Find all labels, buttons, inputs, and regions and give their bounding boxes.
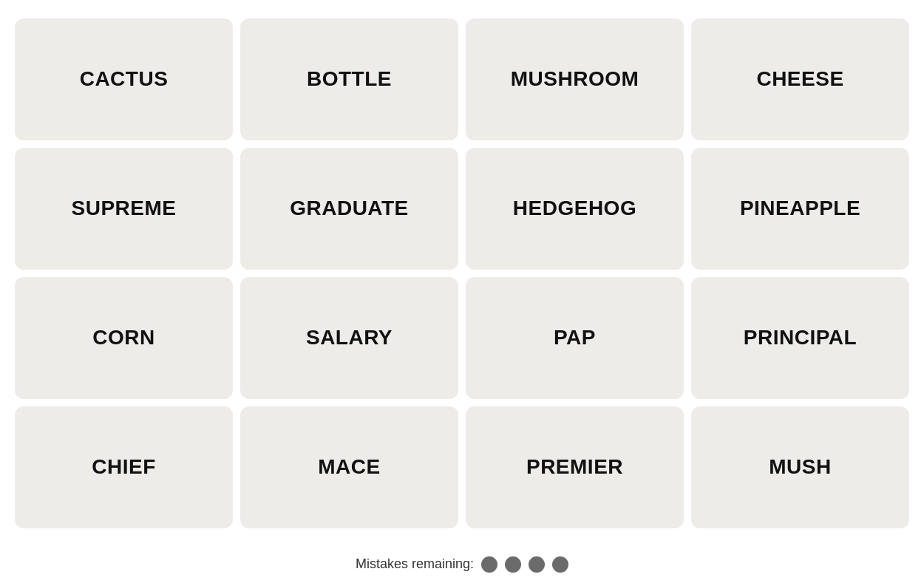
word-label-cactus: CACTUS <box>80 67 169 91</box>
word-label-pap: PAP <box>554 326 596 350</box>
word-label-supreme: SUPREME <box>72 197 177 220</box>
word-label-bottle: BOTTLE <box>307 67 392 91</box>
word-label-mushroom: MUSHROOM <box>511 67 639 91</box>
word-card-chief[interactable]: CHIEF <box>15 406 233 528</box>
word-card-premier[interactable]: PREMIER <box>466 406 684 528</box>
word-card-cactus[interactable]: CACTUS <box>15 18 233 140</box>
word-card-mush[interactable]: MUSH <box>691 406 909 528</box>
word-label-mace: MACE <box>318 455 380 479</box>
word-label-salary: SALARY <box>306 326 393 350</box>
word-label-principal: PRINCIPAL <box>744 326 857 350</box>
word-card-cheese[interactable]: CHEESE <box>691 18 909 140</box>
word-card-pap[interactable]: PAP <box>466 277 684 399</box>
word-label-pineapple: PINEAPPLE <box>740 197 860 220</box>
mistake-dot-1 <box>481 556 497 573</box>
mistakes-label: Mistakes remaining: <box>356 556 474 572</box>
mistake-dot-2 <box>505 556 521 573</box>
word-grid: CACTUSBOTTLEMUSHROOMCHEESESUPREMEGRADUAT… <box>0 4 924 543</box>
word-card-bottle[interactable]: BOTTLE <box>240 18 458 140</box>
word-label-chief: CHIEF <box>92 455 156 479</box>
word-card-graduate[interactable]: GRADUATE <box>240 148 458 270</box>
word-card-mushroom[interactable]: MUSHROOM <box>466 18 684 140</box>
word-card-corn[interactable]: CORN <box>15 277 233 399</box>
mistake-dot-3 <box>529 556 545 573</box>
word-card-pineapple[interactable]: PINEAPPLE <box>691 148 909 270</box>
word-label-hedgehog: HEDGEHOG <box>513 197 636 220</box>
word-label-mush: MUSH <box>769 455 831 479</box>
word-label-premier: PREMIER <box>526 455 623 479</box>
word-label-corn: CORN <box>92 326 154 350</box>
word-card-supreme[interactable]: SUPREME <box>15 148 233 270</box>
word-card-salary[interactable]: SALARY <box>240 277 458 399</box>
mistakes-remaining-row: Mistakes remaining: <box>356 556 568 573</box>
word-card-principal[interactable]: PRINCIPAL <box>691 277 909 399</box>
word-label-cheese: CHEESE <box>756 67 843 91</box>
word-card-hedgehog[interactable]: HEDGEHOG <box>466 148 684 270</box>
word-card-mace[interactable]: MACE <box>240 406 458 528</box>
mistake-dot-4 <box>552 556 568 573</box>
word-label-graduate: GRADUATE <box>290 197 409 220</box>
